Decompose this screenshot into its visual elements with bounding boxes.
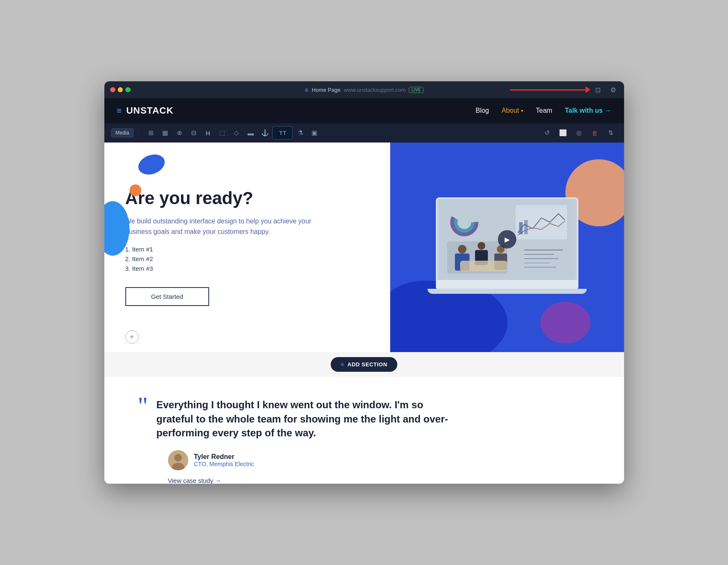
svg-point-20 — [174, 454, 182, 461]
author-info: Tyler Redner CTO, Memphis Electric — [194, 453, 254, 467]
svg-point-9 — [477, 242, 485, 249]
text-dual-icon[interactable]: T T — [272, 126, 293, 140]
blob-orange — [130, 184, 141, 196]
nav-about[interactable]: About ▾ — [502, 107, 523, 114]
get-started-button[interactable]: Get Started — [125, 287, 209, 306]
settings-icon[interactable]: ⚙ — [608, 85, 618, 95]
address-bar: ≡ Home Page www.unstacksupport.com LIVE — [305, 86, 423, 93]
nav-blog[interactable]: Blog — [476, 107, 489, 114]
visibility-icon[interactable]: ◎ — [573, 127, 586, 139]
hero-list: 1. Item #1 2. Item #2 3. Item #3 — [125, 246, 369, 275]
svg-rect-2 — [519, 222, 522, 234]
minimize-button[interactable] — [118, 87, 123, 92]
toolbar-separator — [139, 128, 139, 138]
author-name: Tyler Redner — [194, 453, 254, 461]
media-tag[interactable]: Media — [111, 128, 134, 137]
svg-rect-13 — [460, 261, 507, 272]
delete-icon[interactable]: 🗑 — [589, 127, 601, 139]
laptop-illustration: ▶ — [436, 197, 578, 289]
add-section-icon: ≡ — [341, 361, 344, 368]
block-icon[interactable]: ▣ — [308, 126, 321, 140]
app-nav: ≡ UNSTACK Blog About ▾ Team Talk with us… — [104, 98, 624, 123]
author-avatar — [168, 450, 188, 470]
traffic-lights — [110, 87, 130, 92]
hero-section: Are you ready? We build outstanding inte… — [104, 143, 624, 352]
back-button[interactable]: ‹ — [130, 86, 132, 93]
play-button[interactable]: ▶ — [498, 230, 516, 249]
testimonial-section: " Everything I thought I knew went out t… — [104, 377, 624, 484]
refresh-icon[interactable]: ↺ — [541, 127, 554, 139]
quote-text: Everything I thought I knew went out the… — [156, 398, 450, 440]
list-item: 3. Item #3 — [125, 265, 369, 272]
logo[interactable]: ≡ UNSTACK — [117, 105, 174, 116]
banner-icon[interactable]: ▬ — [244, 126, 257, 140]
toolbar: Media ⊞ ▦ ⊕ ⊟ H ⬚ ◇ ▬ ⚓ T T ⚗ ▣ ↺ ⬜ ◎ 🗑 … — [104, 123, 624, 143]
add-section-label: ADD SECTION — [347, 361, 387, 368]
svg-rect-3 — [524, 220, 527, 234]
preview-icon[interactable]: ⬜ — [557, 127, 570, 139]
svg-point-7 — [458, 245, 466, 253]
title-bar-actions: ⊡ ⚙ — [593, 85, 618, 95]
hero-left: Are you ready? We build outstanding inte… — [104, 143, 390, 352]
logo-icon: ≡ — [117, 106, 122, 116]
hero-description: We build outstanding interface design to… — [125, 216, 318, 237]
add-element-icon[interactable]: ⊕ — [173, 126, 186, 140]
logo-text: UNSTACK — [126, 105, 174, 116]
section-icon[interactable]: ⊟ — [187, 126, 200, 140]
screen-content: ▶ — [437, 199, 577, 280]
laptop-screen: ▶ — [436, 197, 578, 281]
grid-layout-icon[interactable]: ⊞ — [144, 126, 158, 140]
toolbar-right: ↺ ⬜ ◎ 🗑 ⇅ — [541, 127, 617, 139]
plus-icon: + — [130, 333, 134, 342]
anchor-icon[interactable]: ⚓ — [258, 126, 272, 140]
quote-marks: " — [138, 396, 148, 417]
toolbar-icons: ⊞ ▦ ⊕ ⊟ H ⬚ ◇ ▬ ⚓ T T ⚗ ▣ — [144, 126, 537, 140]
share-icon[interactable]: ⊡ — [593, 85, 603, 95]
columns-icon[interactable]: ▦ — [158, 126, 172, 140]
add-section-button[interactable]: ≡ ADD SECTION — [331, 357, 397, 372]
case-study-link[interactable]: View case study → — [138, 477, 591, 484]
hero-title: Are you ready? — [125, 189, 369, 208]
image-icon[interactable]: ⬚ — [215, 126, 229, 140]
heading-icon[interactable]: H — [201, 126, 215, 140]
red-arrow-annotation — [510, 86, 591, 93]
list-item: 2. Item #2 — [125, 255, 369, 262]
avatar-image — [168, 450, 188, 470]
main-content: Are you ready? We build outstanding inte… — [104, 143, 624, 484]
dropdown-icon: ▾ — [521, 108, 523, 114]
page-icon: ≡ — [305, 86, 308, 93]
live-badge: LIVE — [409, 87, 423, 93]
page-name: Home Page — [312, 87, 341, 93]
svg-rect-1 — [516, 205, 567, 239]
quote-block: " Everything I thought I knew went out t… — [138, 398, 591, 440]
attribution: Tyler Redner CTO, Memphis Electric — [138, 450, 591, 470]
shape-icon[interactable]: ◇ — [230, 126, 243, 140]
arrow-head — [586, 86, 591, 93]
nav-cta[interactable]: Talk with us → — [565, 107, 611, 114]
purple-shape — [540, 302, 591, 344]
arrow-line — [510, 89, 586, 91]
nav-links: Blog About ▾ Team Talk with us → — [476, 107, 611, 114]
blob-blue — [135, 151, 167, 178]
close-button[interactable] — [110, 87, 115, 92]
lab-icon[interactable]: ⚗ — [293, 126, 307, 140]
author-title: CTO, Memphis Electric — [194, 461, 254, 467]
laptop-base — [436, 281, 578, 289]
add-content-button[interactable]: + — [125, 330, 139, 344]
list-item: 1. Item #1 — [125, 246, 369, 253]
page-url: www.unstacksupport.com — [344, 87, 405, 93]
reorder-icon[interactable]: ⇅ — [605, 127, 617, 139]
browser-window: ‹ ≡ Home Page www.unstacksupport.com LIV… — [104, 81, 624, 484]
hero-right: ▶ — [390, 143, 624, 352]
add-section-bar: ≡ ADD SECTION — [104, 352, 624, 377]
nav-team[interactable]: Team — [536, 107, 552, 114]
title-bar: ‹ ≡ Home Page www.unstacksupport.com LIV… — [104, 81, 624, 98]
